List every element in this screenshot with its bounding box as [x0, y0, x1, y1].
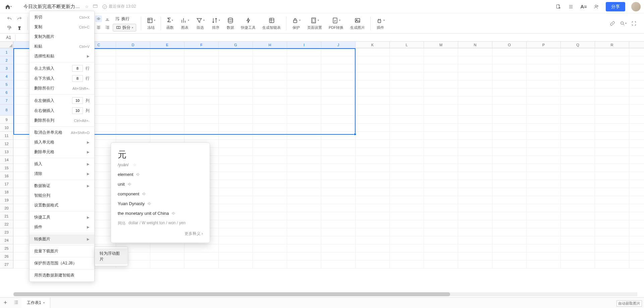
cell[interactable]	[561, 204, 595, 212]
cell[interactable]	[321, 260, 356, 268]
cell[interactable]	[219, 244, 253, 252]
row-header-25[interactable]: 25	[0, 244, 13, 252]
cell[interactable]	[356, 148, 390, 156]
protect-button[interactable]: ▾保护	[288, 17, 304, 30]
cell[interactable]	[561, 252, 595, 260]
cell[interactable]	[253, 105, 287, 116]
cell[interactable]	[219, 212, 253, 220]
cell[interactable]	[629, 196, 644, 204]
cell[interactable]	[629, 172, 644, 180]
add-collaborator-icon[interactable]	[593, 3, 600, 10]
cell[interactable]	[253, 48, 287, 56]
cell[interactable]	[116, 88, 150, 97]
cell[interactable]	[116, 105, 150, 116]
cell[interactable]	[321, 88, 356, 97]
cell[interactable]	[253, 124, 287, 132]
cell[interactable]	[527, 148, 561, 156]
name-box[interactable]: A1	[2, 35, 15, 41]
cell[interactable]	[253, 228, 287, 236]
cm-insert[interactable]: 插入▶	[30, 159, 94, 169]
cell[interactable]	[492, 124, 527, 132]
cell[interactable]	[527, 156, 561, 164]
function-button[interactable]: Σ▾函数	[163, 17, 177, 30]
cell[interactable]	[150, 88, 184, 97]
cell[interactable]	[595, 164, 629, 172]
cell[interactable]	[595, 116, 629, 124]
cell[interactable]	[424, 164, 458, 172]
cell[interactable]	[287, 156, 321, 164]
cell[interactable]	[321, 164, 356, 172]
cell[interactable]	[629, 56, 644, 64]
cell[interactable]	[629, 156, 644, 164]
cell[interactable]	[595, 172, 629, 180]
cell[interactable]	[527, 260, 561, 268]
row-header-24[interactable]: 24	[0, 236, 13, 244]
cell[interactable]	[219, 72, 253, 80]
cell[interactable]	[595, 124, 629, 132]
cell[interactable]	[629, 124, 644, 132]
cm-delete-cell[interactable]: 删除单元格▶	[30, 147, 94, 157]
cell[interactable]	[219, 164, 253, 172]
cell[interactable]	[253, 88, 287, 97]
col-header-S[interactable]: S	[629, 42, 644, 48]
merge-split-button[interactable]: 拆分▾	[113, 24, 136, 32]
cell[interactable]	[287, 244, 321, 252]
cell[interactable]	[424, 188, 458, 196]
cell[interactable]	[527, 48, 561, 56]
cell[interactable]	[424, 132, 458, 140]
cm-delete-col[interactable]: 删除所在列Ctrl+Alt+-	[30, 116, 94, 125]
cell[interactable]	[219, 132, 253, 140]
cell[interactable]	[492, 212, 527, 220]
horizontal-scrollbar[interactable]	[13, 292, 637, 296]
cell[interactable]	[356, 172, 390, 180]
cell[interactable]	[253, 80, 287, 88]
speaker-icon[interactable]	[147, 201, 152, 206]
data-button[interactable]: 数据	[223, 17, 237, 30]
cell[interactable]	[116, 124, 150, 132]
cell[interactable]	[219, 228, 253, 236]
cell[interactable]	[458, 124, 492, 132]
quick-tools-button[interactable]: 快捷工具	[237, 17, 259, 30]
cell[interactable]	[458, 244, 492, 252]
cell[interactable]	[253, 204, 287, 212]
cell[interactable]	[629, 132, 644, 140]
home-button[interactable]: ▾	[3, 2, 13, 11]
link-icon[interactable]	[609, 20, 616, 27]
col-header-H[interactable]: H	[253, 42, 287, 48]
cell[interactable]	[390, 252, 424, 260]
cell[interactable]	[629, 116, 644, 124]
cell[interactable]	[424, 140, 458, 148]
cell[interactable]	[527, 80, 561, 88]
cell[interactable]	[321, 172, 356, 180]
cell[interactable]	[492, 260, 527, 268]
cell[interactable]	[629, 236, 644, 244]
cell[interactable]	[150, 97, 184, 105]
cell[interactable]	[150, 105, 184, 116]
cell[interactable]	[321, 132, 356, 140]
row-header-18[interactable]: 18	[0, 188, 13, 196]
cell[interactable]	[458, 116, 492, 124]
cell[interactable]	[219, 116, 253, 124]
cell[interactable]	[629, 105, 644, 116]
cell[interactable]	[321, 156, 356, 164]
cell[interactable]	[595, 132, 629, 140]
cell[interactable]	[561, 80, 595, 88]
cell[interactable]	[424, 124, 458, 132]
cell[interactable]	[184, 116, 219, 124]
row-header-17[interactable]: 17	[0, 180, 13, 188]
row-header-6[interactable]: 6	[0, 88, 13, 97]
cell[interactable]	[424, 72, 458, 80]
row-header-19[interactable]: 19	[0, 196, 13, 204]
cell[interactable]	[253, 196, 287, 204]
cell[interactable]	[629, 260, 644, 268]
cell[interactable]	[287, 220, 321, 228]
cell[interactable]	[492, 56, 527, 64]
cell[interactable]	[390, 236, 424, 244]
cell[interactable]	[595, 64, 629, 72]
cell[interactable]	[458, 132, 492, 140]
cell[interactable]	[321, 80, 356, 88]
cell[interactable]	[321, 48, 356, 56]
cm-insert-right[interactable]: 在右侧插入列	[30, 106, 94, 116]
cell[interactable]	[527, 56, 561, 64]
undo-button[interactable]	[6, 15, 13, 22]
